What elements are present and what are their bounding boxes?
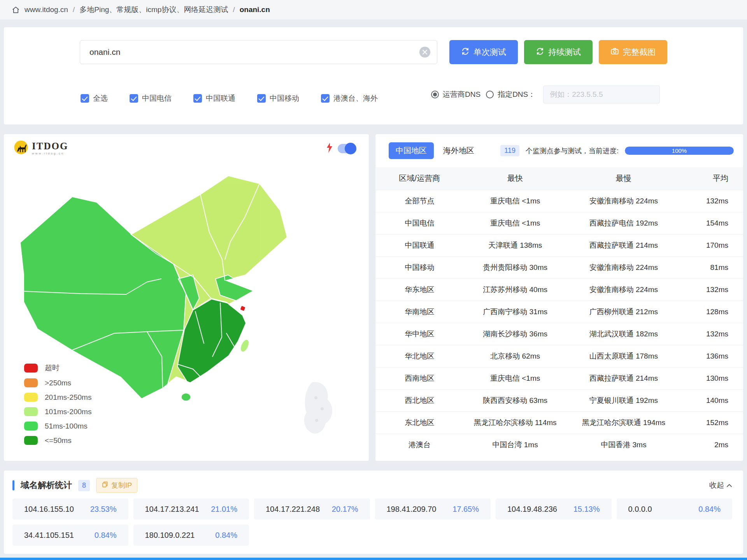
col-fastest: 最快 (464, 167, 567, 190)
toggle-knob (345, 143, 356, 154)
table-row: 西南地区重庆电信 <1ms西藏拉萨联通 214ms130ms (375, 367, 743, 389)
ip-item: 104.16.155.1023.53% (12, 499, 128, 520)
cell-region: 华东地区 (375, 278, 464, 301)
ip-address: 180.109.0.221 (145, 531, 195, 540)
cell-slowest: 湖北武汉联通 182ms (566, 323, 680, 345)
legend-label: >250ms (45, 379, 71, 387)
cell-slowest: 西藏拉萨电信 192ms (566, 212, 680, 234)
ip-percentage: 20.17% (332, 505, 358, 514)
legend-item: >250ms (24, 378, 91, 387)
checkbox-label: 全选 (93, 93, 108, 103)
checkbox-checked-icon (193, 94, 202, 103)
ip-item: 104.19.48.23615.13% (496, 499, 612, 520)
table-row: 中国联通天津联通 138ms西藏拉萨联通 214ms170ms (375, 234, 743, 256)
ip-percentage: 0.84% (698, 505, 721, 514)
col-average: 平均 (680, 167, 743, 190)
table-row: 华中地区湖南长沙移动 36ms湖北武汉联通 182ms132ms (375, 323, 743, 345)
table-row: 华北地区北京移动 62ms山西太原联通 178ms136ms (375, 345, 743, 367)
checkbox-checked-icon (257, 94, 266, 103)
legend-label: 201ms-250ms (45, 393, 91, 402)
checkbox-中国联通[interactable]: 中国联通 (193, 93, 235, 103)
legend-item: 超时 (24, 363, 91, 373)
cell-average: 136ms (680, 345, 743, 367)
copy-ip-button[interactable]: 复制IP (96, 478, 137, 493)
breadcrumb-separator: / (233, 5, 235, 14)
cell-fastest: 广西南宁移动 31ms (464, 301, 567, 323)
tab-china-region[interactable]: 中国地区 (389, 142, 434, 159)
breadcrumb-site[interactable]: www.itdog.cn (25, 5, 68, 14)
legend-swatch (24, 436, 38, 445)
cell-slowest: 广西柳州联通 212ms (566, 301, 680, 323)
table-row: 华东地区江苏苏州移动 40ms安徽淮南移动 224ms132ms (375, 278, 743, 301)
full-screenshot-button[interactable]: 完整截图 (599, 40, 667, 64)
host-input[interactable] (80, 40, 437, 64)
ip-percentage: 21.01% (211, 505, 237, 514)
checkbox-checked-icon (130, 94, 138, 103)
radio-unselected-icon (486, 91, 494, 98)
checkbox-全选[interactable]: 全选 (81, 93, 108, 103)
radio-custom-dns[interactable]: 指定DNS： (486, 89, 535, 100)
radio-carrier-dns[interactable]: 运营商DNS (431, 89, 480, 100)
checkbox-中国电信[interactable]: 中国电信 (130, 93, 172, 103)
radio-carrier-dns-label: 运营商DNS (443, 89, 480, 100)
ip-item: 180.109.0.2210.84% (133, 525, 249, 546)
ip-address: 104.17.221.248 (266, 505, 320, 514)
cell-slowest: 宁夏银川联通 192ms (566, 389, 680, 411)
cell-fastest: 天津联通 138ms (464, 234, 567, 256)
cell-slowest: 安徽淮南移动 224ms (566, 190, 680, 212)
legend-swatch (24, 378, 38, 387)
clear-input-icon[interactable] (419, 47, 430, 58)
cell-slowest: 西藏拉萨联通 214ms (566, 367, 680, 389)
table-header-row: 区域/运营商 最快 最慢 平均 (375, 167, 743, 190)
map-animation-toggle[interactable] (338, 144, 356, 153)
search-panel: 单次测试 持续测试 完整截图 全选中国电信中国联通中国移动港澳台、海外 运营商D… (4, 27, 743, 124)
dns-options: 运营商DNS 指定DNS： (431, 86, 660, 103)
ip-address: 34.41.105.151 (24, 531, 74, 540)
ip-percentage: 0.84% (95, 531, 117, 540)
cell-average: 132ms (680, 190, 743, 212)
cell-fastest: 江苏苏州移动 40ms (464, 278, 567, 301)
tab-overseas-region[interactable]: 海外地区 (440, 142, 481, 159)
breadcrumb-separator: / (73, 5, 75, 14)
cell-region: 中国移动 (375, 256, 464, 278)
cell-average: 140ms (680, 389, 743, 411)
radio-custom-dns-label: 指定DNS： (498, 89, 535, 100)
cell-region: 西北地区 (375, 389, 464, 411)
legend-swatch (24, 422, 38, 430)
cell-fastest: 重庆电信 <1ms (464, 367, 567, 389)
cell-average: 152ms (680, 411, 743, 434)
legend-item: 101ms-200ms (24, 407, 91, 416)
breadcrumb-section[interactable]: 多地Ping、常规版、icmp协议、网络延迟测试 (79, 5, 228, 15)
cell-slowest: 安徽淮南移动 224ms (566, 278, 680, 301)
cell-region: 华南地区 (375, 301, 464, 323)
legend-item: 51ms-100ms (24, 422, 91, 430)
continuous-test-button[interactable]: 持续测试 (524, 40, 593, 64)
resolve-count-badge: 8 (78, 480, 90, 491)
lightning-icon (326, 143, 333, 154)
cell-fastest: 重庆电信 <1ms (464, 190, 567, 212)
result-panel: 中国地区 海外地区 119 个监测点参与测试，当前进度: 100% 区域/运营商… (375, 134, 743, 461)
custom-dns-input[interactable] (543, 86, 660, 103)
loop-test-icon (536, 47, 544, 58)
checkbox-checked-icon (81, 94, 89, 103)
ip-address: 104.19.48.236 (507, 505, 557, 514)
cell-region: 全部节点 (375, 190, 464, 212)
cell-region: 华中地区 (375, 323, 464, 345)
collapse-label: 收起 (709, 480, 724, 490)
collapse-button[interactable]: 收起 (709, 480, 732, 490)
breadcrumb-current: onani.cn (240, 5, 270, 14)
dns-resolve-panel: 域名解析统计 8 复制IP 收起 104.16.155.1023.53%104.… (4, 471, 743, 554)
cell-region: 华北地区 (375, 345, 464, 367)
table-row: 港澳台中国台湾 1ms中国香港 3ms2ms (375, 434, 743, 456)
ip-percentage: 23.53% (90, 505, 117, 514)
checkbox-中国移动[interactable]: 中国移动 (257, 93, 299, 103)
timeout-marker (240, 306, 245, 311)
checkbox-港澳台、海外[interactable]: 港澳台、海外 (321, 93, 378, 103)
cell-region: 东北地区 (375, 411, 464, 434)
table-body: 全部节点重庆电信 <1ms安徽淮南移动 224ms132ms中国电信重庆电信 <… (375, 190, 743, 456)
cell-fastest: 陕西西安移动 63ms (464, 389, 567, 411)
cell-average: 128ms (680, 301, 743, 323)
map-region-hainan (181, 393, 191, 401)
cell-region: 中国联通 (375, 234, 464, 256)
single-test-button[interactable]: 单次测试 (449, 40, 518, 64)
